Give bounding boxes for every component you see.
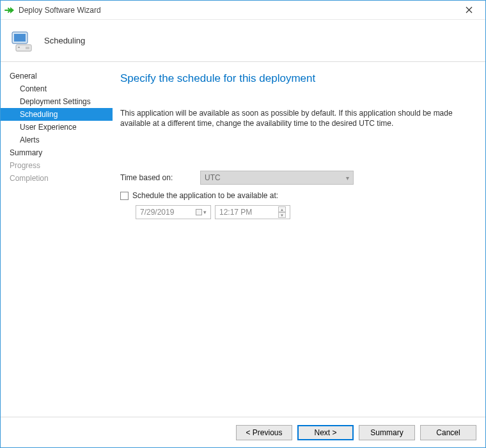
- cancel-button[interactable]: Cancel: [420, 425, 476, 440]
- computer-icon: [10, 28, 35, 54]
- wizard-footer: < Previous Next > Summary Cancel: [1, 417, 485, 447]
- chevron-down-icon: ▾: [203, 209, 207, 215]
- date-input: 7/29/2019 ▾: [136, 205, 211, 219]
- schedule-checkbox-label: Schedule the application to be available…: [132, 191, 278, 200]
- app-arrow-icon: [4, 5, 15, 15]
- chevron-down-icon: ▾: [346, 174, 349, 182]
- window-title: Deploy Software Wizard: [19, 6, 456, 15]
- wizard-window: Deploy Software Wizard Scheduling Genera…: [0, 0, 486, 448]
- date-controls: ▾: [196, 209, 207, 215]
- wizard-body: General Content Deployment Settings Sche…: [1, 62, 485, 417]
- sidebar-item-completion: Completion: [1, 172, 113, 185]
- sidebar-item-general[interactable]: General: [1, 70, 113, 82]
- summary-button[interactable]: Summary: [359, 425, 415, 440]
- page-title: Specify the schedule for this deployment: [120, 72, 471, 85]
- datetime-row: 7/29/2019 ▾ 12:17 PM ▲ ▼: [136, 205, 471, 219]
- sidebar-item-content[interactable]: Content: [1, 82, 113, 95]
- content-pane: Specify the schedule for this deployment…: [113, 62, 485, 417]
- previous-button[interactable]: < Previous: [236, 425, 292, 440]
- close-icon: [466, 6, 473, 13]
- svg-rect-4: [26, 47, 29, 49]
- spinner-up-icon: ▲: [278, 206, 286, 212]
- date-value: 7/29/2019: [140, 208, 174, 217]
- schedule-checkbox[interactable]: [120, 192, 129, 200]
- time-based-select: UTC ▾: [200, 171, 354, 185]
- time-input: 12:17 PM ▲ ▼: [215, 205, 290, 219]
- svg-rect-3: [18, 47, 20, 48]
- time-based-value: UTC: [205, 173, 221, 182]
- spinner-down-icon: ▼: [278, 212, 286, 218]
- sidebar-item-deployment-settings[interactable]: Deployment Settings: [1, 95, 113, 108]
- time-spinner: ▲ ▼: [278, 206, 286, 218]
- time-based-label: Time based on:: [120, 173, 200, 182]
- time-based-row: Time based on: UTC ▾: [120, 171, 471, 185]
- sidebar-item-scheduling[interactable]: Scheduling: [1, 108, 113, 121]
- header-step-name: Scheduling: [44, 36, 85, 45]
- date-picker-icon: [196, 209, 202, 215]
- titlebar: Deploy Software Wizard: [1, 1, 485, 20]
- sidebar-item-summary[interactable]: Summary: [1, 146, 113, 159]
- svg-rect-1: [14, 34, 26, 42]
- sidebar-item-progress: Progress: [1, 159, 113, 172]
- time-value: 12:17 PM: [219, 208, 252, 217]
- sidebar-nav: General Content Deployment Settings Sche…: [1, 62, 113, 417]
- close-button[interactable]: [456, 1, 482, 19]
- next-button[interactable]: Next >: [297, 425, 354, 440]
- wizard-header: Scheduling: [1, 20, 485, 62]
- page-description: This application will be available as so…: [120, 108, 471, 128]
- sidebar-item-user-experience[interactable]: User Experience: [1, 121, 113, 134]
- schedule-checkbox-row: Schedule the application to be available…: [120, 191, 471, 200]
- sidebar-item-alerts[interactable]: Alerts: [1, 134, 113, 146]
